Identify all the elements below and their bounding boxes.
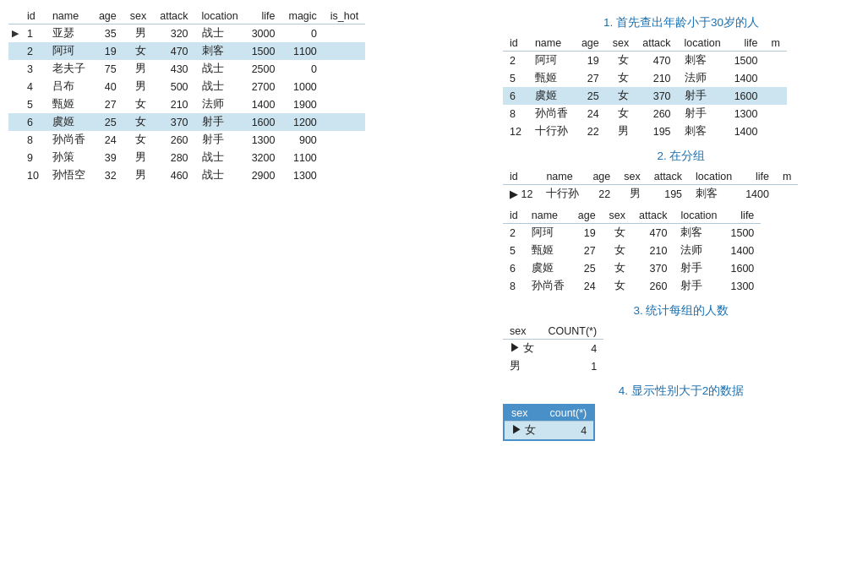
cell-sex: 男 [123, 166, 153, 184]
cell-location: 刺客 [678, 122, 728, 140]
cell-attack: 370 [636, 87, 677, 105]
right-panel: 1. 首先查出年龄小于30岁的人 id name age sex attack … [499, 0, 868, 588]
cell-life: 3000 [245, 24, 282, 43]
cell-location: 法师 [674, 242, 723, 259]
row-arrow [8, 166, 20, 184]
section1-title: 1. 首先查出年龄小于30岁的人 [503, 15, 860, 30]
cell-is-hot [324, 24, 365, 43]
s1-col-age: age [575, 35, 606, 52]
cell-attack: 460 [153, 166, 194, 184]
cell-magic: 1100 [281, 42, 323, 60]
row-arrow [8, 60, 20, 78]
cell-sex: 女 [123, 131, 153, 149]
cell-age: 27 [92, 95, 123, 113]
cell-name: 吕布 [46, 78, 92, 95]
cell-age: 24 [571, 277, 603, 295]
cell-sex: 女 [606, 87, 636, 105]
cell-attack: 210 [636, 69, 677, 87]
cell-name: 阿珂 [525, 224, 571, 242]
cell-age: 19 [575, 52, 606, 70]
cell-location: 战士 [195, 78, 245, 95]
cell-location: 法师 [195, 95, 245, 113]
cell-magic: 0 [281, 60, 323, 78]
cell-life: 1400 [728, 122, 765, 140]
cell-location: 射手 [195, 113, 245, 131]
table-row: 9 孙策 39 男 280 战士 3200 1100 [8, 149, 365, 166]
col-age: age [92, 8, 123, 24]
cell-count: 4 [541, 340, 603, 358]
cell-id: 8 [503, 105, 528, 122]
cell-is-hot [324, 95, 365, 113]
table-row: 8 孙尚香 24 女 260 射手 1300 900 [8, 131, 365, 149]
cell-life: 1400 [724, 242, 762, 259]
s2g2-col-life: life [724, 208, 762, 224]
section4-block: 4. 显示性别大于2的数据 sex count(*) ▶ 女 4 [503, 384, 860, 441]
section2-block: 2. 在分组 id name age sex attack location l… [503, 149, 860, 295]
cell-attack: 260 [632, 277, 674, 295]
cell-location: 法师 [678, 69, 728, 87]
section3-title: 3. 统计每组的人数 [503, 303, 860, 318]
cell-sex: 女 [603, 224, 632, 242]
table-row: 2 阿珂 19 女 470 刺客 1500 1100 [8, 42, 365, 60]
cell-age: 40 [92, 78, 123, 95]
cell-age: 27 [571, 242, 603, 259]
cell-life: 1400 [245, 95, 282, 113]
cell-life: 1400 [739, 185, 776, 204]
cell-id: 6 [20, 113, 46, 131]
cell-is-hot [324, 149, 365, 166]
table-row: ▶ 1 亚瑟 35 男 320 战士 3000 0 [8, 24, 365, 43]
cell-attack: 370 [632, 259, 674, 277]
cell-id: 4 [20, 78, 46, 95]
cell-attack: 500 [153, 78, 194, 95]
row-arrow [8, 42, 20, 60]
s2g2-col-name: name [525, 208, 571, 224]
row-arrow [8, 78, 20, 95]
cell-is-hot [324, 60, 365, 78]
cell-is-hot [324, 131, 365, 149]
main-table: id name age sex attack location life mag… [8, 8, 365, 184]
cell-m [776, 185, 798, 204]
cell-attack: 195 [647, 185, 689, 204]
cell-name: 十行孙 [539, 185, 586, 204]
cell-name: 孙悟空 [46, 166, 92, 184]
table-row: ▶ 女 4 [504, 422, 594, 441]
cell-location: 射手 [195, 131, 245, 149]
cell-m [764, 87, 786, 105]
cell-count: 4 [543, 422, 594, 441]
s2g1-col-id: id [503, 169, 539, 185]
table-row: 2 阿珂 19 女 470 刺客 1500 [503, 52, 787, 70]
cell-attack: 370 [153, 113, 194, 131]
section2-group2: id name age sex attack location life 2 阿… [503, 208, 860, 295]
cell-attack: 195 [636, 122, 677, 140]
cell-m [764, 122, 786, 140]
cell-age: 39 [92, 149, 123, 166]
cell-magic: 1000 [281, 78, 323, 95]
table-row: 6 虞姬 25 女 370 射手 1600 [503, 259, 761, 277]
cell-is-hot [324, 78, 365, 95]
s2g1-col-m: m [776, 169, 798, 185]
cell-sex: 女 [603, 277, 632, 295]
cell-life: 2900 [245, 166, 282, 184]
cell-attack: 470 [636, 52, 677, 70]
cell-name: 孙策 [46, 149, 92, 166]
table-row: 12 十行孙 22 男 195 刺客 1400 [503, 122, 787, 140]
table-row: 2 阿珂 19 女 470 刺客 1500 [503, 224, 761, 242]
cell-age: 25 [92, 113, 123, 131]
cell-age: 22 [586, 185, 617, 204]
cell-life: 1600 [245, 113, 282, 131]
table-row: 4 吕布 40 男 500 战士 2700 1000 [8, 78, 365, 95]
cell-attack: 470 [632, 224, 674, 242]
cell-is-hot [324, 113, 365, 131]
section2-title: 2. 在分组 [503, 149, 860, 164]
col-sex: sex [123, 8, 153, 24]
section1-table: id name age sex attack location life m 2… [503, 35, 787, 140]
cell-id: 8 [20, 131, 46, 149]
table-row: 8 孙尚香 24 女 260 射手 1300 [503, 105, 787, 122]
s2g1-col-life: life [739, 169, 776, 185]
cell-id: 5 [503, 69, 528, 87]
cell-attack: 430 [153, 60, 194, 78]
cell-age: 19 [571, 224, 603, 242]
s2g2-col-attack: attack [632, 208, 674, 224]
cell-age: 27 [575, 69, 606, 87]
cell-id: ▶ 12 [503, 185, 539, 204]
